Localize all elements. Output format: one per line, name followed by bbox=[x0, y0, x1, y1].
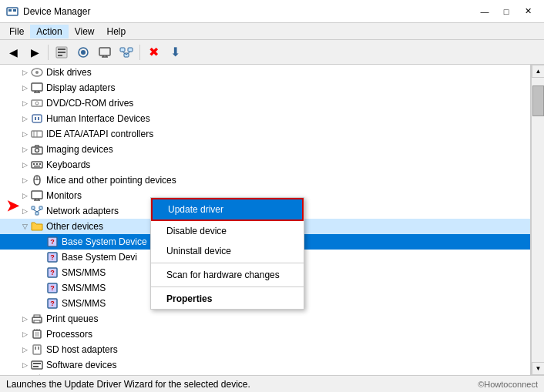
tree-item-ide[interactable]: ▷ IDE ATA/ATAPI controllers bbox=[0, 126, 530, 142]
window-title: Device Manager bbox=[23, 6, 475, 17]
expand-icon: ▷ bbox=[18, 143, 31, 156]
context-menu-update-driver[interactable]: Update driver bbox=[151, 198, 304, 221]
tree-item-hid[interactable]: ▷ Human Interface Devices bbox=[0, 111, 530, 126]
svg-point-8 bbox=[81, 50, 86, 55]
menu-view[interactable]: View bbox=[69, 25, 101, 39]
svg-rect-71 bbox=[32, 361, 42, 369]
svg-rect-1 bbox=[8, 9, 12, 12]
svg-point-33 bbox=[35, 149, 39, 152]
network-icon bbox=[31, 205, 43, 217]
folder-icon bbox=[31, 220, 43, 233]
svg-rect-68 bbox=[33, 345, 41, 354]
context-menu-disable[interactable]: Disable device bbox=[151, 221, 304, 241]
svg-rect-73 bbox=[33, 366, 39, 367]
menu-bar: File Action View Help bbox=[0, 23, 544, 40]
svg-rect-41 bbox=[32, 191, 42, 199]
svg-rect-5 bbox=[58, 52, 65, 53]
tree-label: SD host adapters bbox=[46, 344, 118, 355]
context-menu-uninstall[interactable]: Uninstall device bbox=[151, 241, 304, 261]
menu-help[interactable]: Help bbox=[101, 25, 133, 39]
tree-item-mice[interactable]: ▷ Mice and other pointing devices bbox=[0, 173, 530, 188]
sms-icon2: ? bbox=[46, 282, 59, 294]
expand-icon bbox=[34, 266, 46, 279]
tree-label: Processors bbox=[46, 329, 92, 340]
scrollbar[interactable]: ▲ ▼ bbox=[531, 65, 544, 375]
svg-rect-36 bbox=[36, 163, 38, 165]
scroll-up-button[interactable]: ▲ bbox=[532, 65, 544, 78]
svg-rect-35 bbox=[33, 163, 35, 165]
scrollbar-thumb[interactable] bbox=[532, 85, 544, 116]
tree-label: Keyboards bbox=[46, 159, 90, 170]
context-menu-properties[interactable]: Properties bbox=[151, 289, 304, 309]
minimize-button[interactable]: — bbox=[475, 4, 495, 19]
tree-label: Disk drives bbox=[46, 67, 92, 78]
scroll-down-button[interactable]: ▼ bbox=[532, 362, 544, 375]
status-bar: Launches the Update Driver Wizard for th… bbox=[0, 375, 544, 392]
expand-icon: ▷ bbox=[18, 159, 31, 171]
svg-rect-38 bbox=[34, 166, 40, 167]
svg-text:?: ? bbox=[50, 300, 55, 307]
svg-text:?: ? bbox=[50, 253, 55, 261]
svg-text:?: ? bbox=[50, 284, 55, 292]
tree-item-imaging[interactable]: ▷ Imaging devices bbox=[0, 142, 530, 157]
expand-icon: ▷ bbox=[18, 343, 31, 356]
toolbar-update[interactable]: ⬇ bbox=[165, 42, 185, 62]
close-button[interactable]: ✕ bbox=[518, 4, 538, 19]
tree-item-display[interactable]: ▷ Display adapters bbox=[0, 80, 530, 95]
svg-rect-69 bbox=[35, 347, 36, 350]
printer-icon bbox=[31, 313, 43, 325]
monitor-icon bbox=[31, 189, 43, 202]
context-menu: Update driver Disable device Uninstall d… bbox=[150, 197, 304, 310]
mouse-icon bbox=[31, 174, 43, 186]
toolbar-back[interactable]: ◀ bbox=[3, 42, 23, 62]
expand-icon: ▷ bbox=[18, 328, 31, 340]
keyboard-icon bbox=[31, 159, 43, 171]
tree-label: Network adapters bbox=[46, 206, 119, 216]
status-text: Launches the Update Driver Wizard for th… bbox=[6, 379, 250, 390]
device-tree[interactable]: ➤ ▷ Disk drives ▷ Display adapters ▷ DVD… bbox=[0, 65, 531, 375]
context-menu-separator bbox=[151, 263, 304, 263]
tree-item-disk-drives[interactable]: ▷ Disk drives bbox=[0, 65, 530, 80]
toolbar-properties[interactable] bbox=[52, 42, 72, 62]
svg-rect-45 bbox=[32, 206, 35, 209]
window-controls: — □ ✕ bbox=[475, 4, 538, 19]
toolbar-uninstall[interactable]: ✖ bbox=[143, 42, 163, 62]
title-bar: Device Manager — □ ✕ bbox=[0, 0, 544, 23]
tree-label: Base System Devi bbox=[62, 252, 137, 263]
tree-item-print[interactable]: ▷ Print queues bbox=[0, 311, 530, 327]
sd-icon bbox=[31, 343, 43, 356]
menu-file[interactable]: File bbox=[3, 25, 30, 39]
expand-icon bbox=[34, 236, 46, 248]
toolbar-monitor[interactable] bbox=[95, 42, 115, 62]
scrollbar-track[interactable] bbox=[532, 78, 544, 362]
svg-rect-28 bbox=[38, 117, 39, 120]
toolbar-forward[interactable]: ▶ bbox=[25, 42, 45, 62]
toolbar-scan[interactable] bbox=[73, 42, 93, 62]
tree-label: SMS/MMS bbox=[62, 267, 106, 278]
svg-rect-2 bbox=[13, 9, 16, 12]
svg-rect-61 bbox=[34, 315, 40, 317]
svg-rect-4 bbox=[58, 49, 65, 50]
tree-item-dvd[interactable]: ▷ DVD/CD-ROM drives bbox=[0, 95, 530, 111]
toolbar-network[interactable] bbox=[116, 42, 136, 62]
svg-rect-14 bbox=[128, 48, 133, 52]
software-icon bbox=[31, 359, 43, 371]
context-menu-scan[interactable]: Scan for hardware changes bbox=[151, 265, 304, 285]
menu-action[interactable]: Action bbox=[30, 25, 68, 39]
tree-item-sound[interactable]: ▷ Sound, video and game controllers bbox=[0, 373, 530, 375]
tree-label: SMS/MMS bbox=[62, 298, 106, 309]
tree-label: Print queues bbox=[46, 313, 98, 324]
toolbar: ◀ ▶ ✖ ⬇ bbox=[0, 40, 544, 65]
svg-rect-9 bbox=[99, 48, 110, 55]
tree-item-sd[interactable]: ▷ SD host adapters bbox=[0, 342, 530, 357]
watermark: ©Howtoconnect bbox=[478, 380, 538, 389]
maximize-button[interactable]: □ bbox=[496, 4, 516, 19]
tree-item-keyboards[interactable]: ▷ Keyboards bbox=[0, 157, 530, 173]
tree-item-processors[interactable]: ▷ Processors bbox=[0, 327, 530, 342]
tree-label: DVD/CD-ROM drives bbox=[46, 98, 133, 109]
svg-rect-72 bbox=[33, 363, 41, 364]
sms-icon3: ? bbox=[46, 297, 59, 310]
expand-icon: ▷ bbox=[18, 82, 31, 94]
expand-icon: ▷ bbox=[18, 174, 31, 186]
tree-item-software[interactable]: ▷ Software devices bbox=[0, 357, 530, 373]
